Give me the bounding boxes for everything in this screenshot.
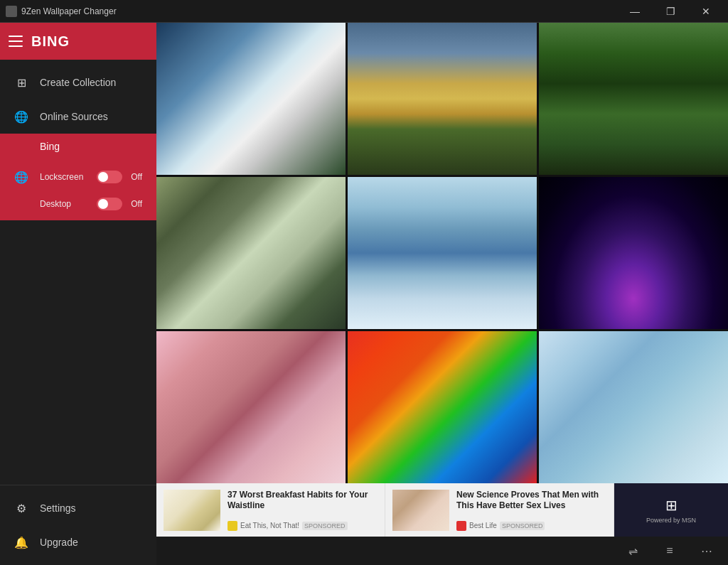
wallpaper-forest[interactable] xyxy=(539,23,728,175)
ad-source-1: Eat This, Not That! SPONSORED xyxy=(228,521,378,531)
ad-thumb-2 xyxy=(392,490,449,531)
wallpaper-horses[interactable] xyxy=(348,23,537,175)
app-layout: BING ⊞ Create Collection 🌐 Online Source… xyxy=(0,23,728,565)
sidebar-title: BING xyxy=(31,33,70,50)
create-collection-icon: ⊞ xyxy=(14,75,28,90)
desktop-label: Desktop xyxy=(40,199,91,209)
bottom-bar: ⇌ ≡ ⋯ xyxy=(156,537,728,565)
main-content: 37 Worst Breakfast Habits for Your Waist… xyxy=(156,23,728,565)
wallpaper-feathers[interactable] xyxy=(348,331,537,483)
wallpaper-glacier-blue[interactable] xyxy=(348,177,537,329)
wallpaper-grid xyxy=(156,23,728,483)
ad-msn-panel: ⊞ Powered by MSN xyxy=(614,483,728,537)
upgrade-icon: 🔔 xyxy=(14,535,28,549)
ad-banner: 37 Worst Breakfast Habits for Your Waist… xyxy=(156,483,728,537)
lockscreen-toggle[interactable] xyxy=(97,171,122,183)
ad-source-name-1: Eat This, Not That! xyxy=(240,522,299,529)
sidebar-item-online-sources[interactable]: 🌐 Online Sources xyxy=(0,99,156,134)
titlebar-controls: — ❐ ✕ xyxy=(619,0,722,23)
ad-content-1: 37 Worst Breakfast Habits for Your Waist… xyxy=(228,490,378,531)
upgrade-label: Upgrade xyxy=(40,537,78,548)
ad-title-2: New Science Proves That Men with This Ha… xyxy=(456,490,606,512)
app-title: 9Zen Wallpaper Changer xyxy=(21,6,117,16)
ad-content-2: New Science Proves That Men with This Ha… xyxy=(456,490,606,531)
bing-label: Bing xyxy=(40,141,60,152)
online-sources-icon: 🌐 xyxy=(14,109,28,124)
settings-label: Settings xyxy=(40,502,76,514)
wallpaper-cherry[interactable] xyxy=(156,331,346,483)
wallpaper-waterfall[interactable] xyxy=(156,177,346,329)
hamburger-menu[interactable] xyxy=(9,36,23,47)
sidebar-item-label-create: Create Collection xyxy=(40,77,116,88)
ad-source-2: Best Life SPONSORED xyxy=(456,521,606,531)
sidebar-nav: ⊞ Create Collection 🌐 Online Sources 🌐 B… xyxy=(0,60,156,485)
sidebar-item-bing[interactable]: 🌐 Bing Lockscreen Off Desktop xyxy=(0,134,156,220)
ad-source-name-2: Best Life xyxy=(469,522,497,529)
msn-label: Powered by MSN xyxy=(646,517,696,524)
sidebar-item-label-online: Online Sources xyxy=(40,111,108,122)
ad-source-icon-1 xyxy=(228,521,237,531)
settings-icon: ⚙ xyxy=(14,501,28,515)
ad-title-1: 37 Worst Breakfast Habits for Your Waist… xyxy=(228,490,378,512)
ad-item-1[interactable]: 37 Worst Breakfast Habits for Your Waist… xyxy=(156,483,385,537)
sidebar: BING ⊞ Create Collection 🌐 Online Source… xyxy=(0,23,156,565)
sidebar-item-settings[interactable]: ⚙ Settings xyxy=(0,491,156,525)
msn-logo: ⊞ xyxy=(665,497,678,514)
list-button[interactable]: ≡ xyxy=(657,539,682,562)
pin-button[interactable]: ⇌ xyxy=(620,539,646,562)
ad-sponsored-2: SPONSORED xyxy=(500,522,545,530)
desktop-toggle[interactable] xyxy=(97,198,122,210)
app-icon xyxy=(6,6,17,17)
ad-sponsored-1: SPONSORED xyxy=(302,522,348,530)
lockscreen-value: Off xyxy=(131,172,142,182)
minimize-button[interactable]: — xyxy=(619,0,651,23)
ad-thumb-1 xyxy=(164,490,220,531)
ad-item-2[interactable]: New Science Proves That Men with This Ha… xyxy=(385,483,614,537)
bing-icon: 🌐 xyxy=(14,170,28,184)
more-button[interactable]: ⋯ xyxy=(694,539,719,562)
desktop-value: Off xyxy=(131,199,142,209)
lockscreen-label: Lockscreen xyxy=(40,172,91,182)
ad-source-icon-2 xyxy=(456,521,466,531)
bing-header-row: Bing xyxy=(40,141,142,156)
sidebar-item-create-collection[interactable]: ⊞ Create Collection xyxy=(0,65,156,99)
wallpaper-pelican[interactable] xyxy=(156,23,346,175)
sidebar-footer: ⚙ Settings 🔔 Upgrade xyxy=(0,485,156,565)
bing-lockscreen-row: Lockscreen Off xyxy=(40,171,142,183)
sidebar-header: BING xyxy=(0,23,156,60)
wallpaper-ice[interactable] xyxy=(539,331,728,483)
sidebar-item-upgrade[interactable]: 🔔 Upgrade xyxy=(0,525,156,559)
close-button[interactable]: ✕ xyxy=(690,0,722,23)
wallpaper-stars[interactable] xyxy=(539,177,728,329)
maximize-button[interactable]: ❐ xyxy=(654,0,687,23)
titlebar-left: 9Zen Wallpaper Changer xyxy=(6,6,117,17)
bing-desktop-row: Desktop Off xyxy=(40,198,142,210)
titlebar: 9Zen Wallpaper Changer — ❐ ✕ xyxy=(0,0,728,23)
